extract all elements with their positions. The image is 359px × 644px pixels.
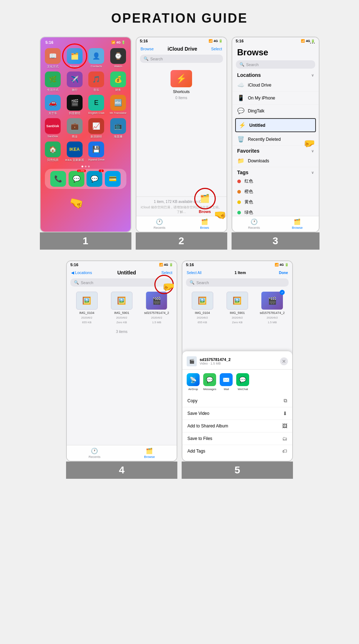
tab-recents-4[interactable]: 🕐 Recents [89, 448, 101, 459]
action-add-tags-label: Add Tags [187, 449, 205, 454]
downloads-item[interactable]: 📁 Downloads [232, 154, 319, 167]
nav-select-4[interactable]: Select [161, 270, 172, 275]
tag-dot-red [237, 180, 241, 183]
action-save-files-label: Save to Files [187, 436, 212, 441]
back-label-4: Locations [75, 270, 92, 275]
dock-messages[interactable]: 💬 1,556 [69, 171, 84, 187]
search-bar-3[interactable]: 🔍 Search [236, 60, 315, 69]
usb-icon: ⚡ [239, 122, 246, 129]
hand-indicator-2: 🗂️ Brows [194, 188, 216, 214]
more-menu-3[interactable]: ⋯ [309, 40, 315, 46]
file-item-5-3[interactable]: 🎬 ✓ sd1575781474_2 2020/6/2 1.5 MB [257, 292, 288, 324]
file-item-5-1[interactable]: 🖼️ IMG_0104 2020/6/2 655 KB [187, 292, 218, 324]
app-icon-business[interactable]: 💼 商业 [65, 118, 84, 139]
file-item-3[interactable]: 🎬 sd1575781474_2 2020/6/2 1.5 MB [141, 292, 172, 324]
search-bar-5[interactable]: 🔍 Search [186, 278, 289, 287]
app-icon-sina[interactable]: 📈 新浪财经 [87, 118, 106, 139]
tab-recents-2[interactable]: 🕐 Recents [154, 218, 165, 230]
dock-alipay[interactable]: 💳 [105, 171, 121, 187]
airdrop-label: AirDrop [188, 388, 198, 391]
app-icon-life[interactable]: 🌿 生活方式 [43, 71, 62, 92]
status-bar-5: 5:16 📶 4G 🔋 [182, 261, 292, 268]
tab-browse-2[interactable]: 🗂️ Brows [200, 218, 209, 230]
file-item-1[interactable]: 🖼️ IMG_0104 2020/6/2 655 KB [71, 292, 102, 324]
file-item-2[interactable]: 🖼️ IMG_5901 2020/6/2 Zero KB [106, 292, 137, 324]
app-icon-car[interactable]: 🚗 关于车 [43, 95, 62, 115]
onmyphone-label: On My iPhone [248, 96, 275, 101]
tag-yellow[interactable]: 黄色 [232, 197, 319, 207]
wechat-icon: 💬 [236, 373, 249, 386]
file5-2-date: 2020/6/2 [232, 316, 243, 319]
onmyphone-item[interactable]: 📱 On My iPhone [232, 92, 319, 105]
app-icon-beike[interactable]: 🏠 贝壳找房 [43, 142, 62, 162]
tag-orange-label: 橙色 [244, 189, 253, 195]
tab-browse-4[interactable]: 🗂️ Browse [144, 448, 155, 459]
icloud-item[interactable]: ☁️ iCloud Drive [232, 79, 319, 92]
app-icon-translator[interactable]: 🔤 Mr.Translator [109, 95, 128, 115]
share-app-messages[interactable]: 💬 Messages [203, 373, 216, 391]
dock-wechat[interactable]: 💬 1 [87, 171, 102, 187]
app-icon-english[interactable]: E English Club [87, 95, 106, 115]
file5-2-name: IMG_5901 [230, 311, 245, 315]
done-button-5[interactable]: Done [279, 271, 288, 275]
status-icons-4: 📶 4G 🔋 [159, 263, 173, 267]
save-files-icon: 🗂 [282, 436, 287, 441]
tag-yellow-label: 黄色 [244, 199, 253, 205]
share-file-row: 🎬 sd1575781474_2 Video · 1.5 MB [187, 356, 230, 366]
share-app-mail[interactable]: ✉️ Mail [220, 373, 233, 391]
search-icon-5: 🔍 [190, 280, 195, 285]
file-item-5-2[interactable]: 🖼️ IMG_5901 2020/6/2 Zero KB [222, 292, 253, 324]
tab-recents-3[interactable]: 🕐 Recents [248, 218, 260, 230]
tag-red[interactable]: 红色 [232, 176, 319, 186]
share-app-wechat[interactable]: 💬 WeChat [236, 373, 249, 391]
app-icon-ikea[interactable]: IKEA IKEA 宜家家居 [65, 142, 84, 162]
downloads-icon: 📁 [237, 157, 244, 164]
app-icon-haizhibo[interactable]: 📺 海直播 [109, 118, 128, 139]
app-icon-ixpand[interactable]: 💾 iXpand Drive [87, 142, 106, 162]
app-icon-contacts[interactable]: 👤 Contacts [87, 48, 106, 69]
share-close-button[interactable]: ✕ [280, 357, 288, 365]
app-icon-travel[interactable]: ✈️ 旅行 [65, 71, 84, 92]
dock-phone[interactable]: 📞 [50, 171, 66, 187]
trash-icon: 🗑️ [237, 136, 244, 143]
share-action-save-video[interactable]: Save Video ⬇ [182, 407, 292, 420]
app-icon-music[interactable]: 🎵 音乐 [87, 71, 106, 92]
share-app-airdrop[interactable]: 📡 AirDrop [187, 373, 200, 391]
select-all-5[interactable]: Select All [187, 271, 201, 275]
share-action-add-album[interactable]: Add to Shared Album 🖼 [182, 420, 292, 432]
app-icon-finance[interactable]: 💰 财务 [109, 71, 128, 92]
nav-back-2[interactable]: Browse [141, 47, 154, 51]
check-badge-5-3: ✓ [280, 290, 285, 295]
dingtalk-item[interactable]: 💬 DingTalk [232, 105, 319, 117]
tag-orange[interactable]: 橙色 [232, 186, 319, 197]
nav-select-2[interactable]: Select [211, 47, 222, 51]
nav-title-4: Untitled [117, 270, 136, 275]
untitled-label: Untitled [250, 123, 266, 128]
share-action-save-files[interactable]: Save to Files 🗂 [182, 432, 292, 445]
search-bar-2[interactable]: 🔍 Search [140, 55, 223, 63]
tags-header: Tags ∨ [232, 167, 319, 176]
share-action-add-tags[interactable]: Add Tags 🏷 [182, 445, 292, 457]
app-icon-sandisk[interactable]: SanDisk SanDisk [43, 118, 62, 139]
step-3-container: 5:16 📶 4G 🔋 ⋯ Browse 🔍 Search Locations … [232, 37, 320, 250]
search-placeholder-2: Search [150, 57, 163, 61]
file3-size: 1.5 MB [152, 321, 161, 324]
locations-header: Locations ∨ [232, 70, 319, 79]
nav-back-4[interactable]: ◀ Locations [71, 270, 92, 275]
file-thumb-1: 🖼️ [76, 292, 98, 310]
share-apps-row: 📡 AirDrop 💬 Messages ✉️ Mail 💬 [182, 370, 292, 394]
app-icon-files[interactable]: 🗂️ Browse [65, 48, 84, 69]
status-bar-1: 5:16 📶 4G 🔋 [42, 39, 129, 46]
step-4-phone: 5:16 📶 4G 🔋 ◀ Locations Untitled Select … [66, 260, 177, 462]
app-icon-watch[interactable]: ⌚ Watch [109, 48, 128, 69]
mail-icon: ✉️ [220, 373, 233, 386]
untitled-item[interactable]: ⚡ Untitled [235, 118, 316, 132]
file-thumb-2: 🖼️ [111, 292, 132, 310]
tab-browse-3[interactable]: 🗂️ Browse [292, 218, 303, 230]
shortcuts-folder[interactable]: ⚡ Shortcuts 0 Items [136, 64, 227, 106]
status-time-4: 5:16 [70, 263, 78, 267]
share-action-copy[interactable]: Copy ⧉ [182, 394, 292, 407]
app-icon-tiktok[interactable]: 🎬 抖音财经 [65, 95, 84, 115]
app-icon-wenhua[interactable]: 📖 文化方式 [43, 48, 62, 69]
step-2-container: 5:16 📶 4G 🔋 Browse iCloud Drive Select 🔍… [136, 37, 227, 250]
